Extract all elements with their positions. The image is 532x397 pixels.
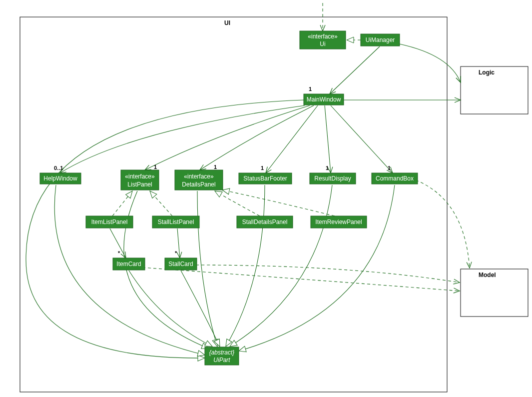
edge-uimanager-to-logic [400, 44, 461, 82]
mult-detailspanel: 1 [214, 164, 217, 170]
class-uimanager: UiManager [361, 34, 400, 46]
svg-text:DetailsPanel: DetailsPanel [182, 181, 215, 188]
class-stalldetailspanel: StallDetailsPanel [237, 216, 293, 228]
uml-diagram: UI Logic Model 1 0..1 1 1 1 1 1 [0, 0, 532, 397]
class-statusbarfooter: StatusBarFooter [239, 173, 292, 184]
svg-text:StallDetailsPanel: StallDetailsPanel [242, 218, 288, 226]
class-uipart: {abstract} UiPart [205, 347, 239, 365]
edge-itemcard-gen-uipart [129, 270, 212, 346]
svg-text:ListPanel: ListPanel [127, 181, 152, 188]
package-model: Model [461, 269, 528, 316]
class-listpanel: «interface» ListPanel [121, 170, 159, 190]
svg-text:{abstract}: {abstract} [209, 349, 235, 356]
svg-text:ItemCard: ItemCard [116, 260, 141, 268]
edge-itemreview-realizes-detailspanel [222, 190, 335, 216]
package-model-label: Model [479, 272, 496, 278]
class-helpwindow: HelpWindow [40, 173, 81, 184]
package-ui-label: UI [224, 20, 230, 26]
package-logic: Logic [461, 66, 528, 114]
mult-itemcard: * [118, 250, 120, 256]
svg-text:StallCard: StallCard [168, 260, 193, 268]
class-resultdisplay: ResultDisplay [310, 173, 356, 184]
svg-rect-0 [20, 17, 447, 392]
class-itemreviewpanel: ItemReviewPanel [311, 216, 367, 228]
svg-text:ResultDisplay: ResultDisplay [314, 175, 351, 182]
svg-text:MainWindow: MainWindow [307, 96, 341, 103]
mult-stallcard: * [175, 250, 177, 256]
edge-commandbox-dep-model [416, 180, 470, 268]
svg-text:StatusBarFooter: StatusBarFooter [243, 175, 287, 182]
edge-detailspanel-gen-uipart [197, 191, 217, 346]
edge-commandbox-gen-uipart [239, 185, 395, 351]
svg-text:CommandBox: CommandBox [376, 175, 414, 182]
class-detailspanel: «interface» DetailsPanel [175, 170, 223, 190]
svg-text:UiManager: UiManager [366, 36, 395, 44]
package-logic-label: Logic [479, 69, 495, 76]
mult-commandbox: 1 [388, 165, 391, 171]
class-stallcard: StallCard [165, 258, 197, 270]
class-itemcard: ItemCard [113, 258, 145, 270]
edge-resultdisplay-gen-uipart [230, 185, 332, 346]
svg-text:ItemListPanel: ItemListPanel [91, 218, 128, 226]
class-commandbox: CommandBox [372, 173, 418, 184]
mult-statusbar: 1 [261, 165, 264, 171]
edge-uimanager-to-mainwindow [330, 46, 380, 94]
svg-text:HelpWindow: HelpWindow [43, 175, 77, 182]
edge-mainwindow-to-helpwindow [60, 106, 305, 173]
mult-mainwindow: 1 [309, 86, 312, 92]
svg-text:Ui: Ui [320, 40, 325, 48]
edge-stallcard-dep-model [196, 265, 460, 282]
svg-text:UiPart: UiPart [213, 356, 230, 364]
svg-text:StallListPanel: StallListPanel [158, 218, 194, 226]
edge-mainwindow-to-resultdisplay [325, 106, 331, 173]
edge-stalllist-realizes-listpanel [150, 191, 172, 216]
class-ui-interface: «interface» Ui [300, 31, 346, 49]
package-ui: UI [20, 17, 447, 392]
edge-mainwindow-to-listpanel [145, 106, 310, 170]
svg-text:ItemReviewPanel: ItemReviewPanel [315, 218, 362, 226]
class-stalllistpanel: StallListPanel [152, 216, 199, 228]
edge-stalldetails-realizes-detailspanel [215, 191, 260, 216]
svg-text:«interface»: «interface» [184, 173, 214, 180]
mult-resultdisplay: 1 [326, 165, 329, 171]
svg-text:«interface»: «interface» [125, 173, 155, 180]
mult-listpanel: 1 [154, 164, 157, 170]
edge-mainwindow-gen-uipart [26, 100, 304, 358]
class-mainwindow: MainWindow [304, 94, 344, 105]
svg-text:«interface»: «interface» [308, 33, 338, 40]
edge-mainwindow-to-commandbox [331, 106, 393, 173]
edge-mainwindow-to-statusbar [266, 106, 318, 173]
edge-stalllist-to-stallcard [177, 228, 180, 258]
class-itemlistpanel: ItemListPanel [86, 216, 133, 228]
